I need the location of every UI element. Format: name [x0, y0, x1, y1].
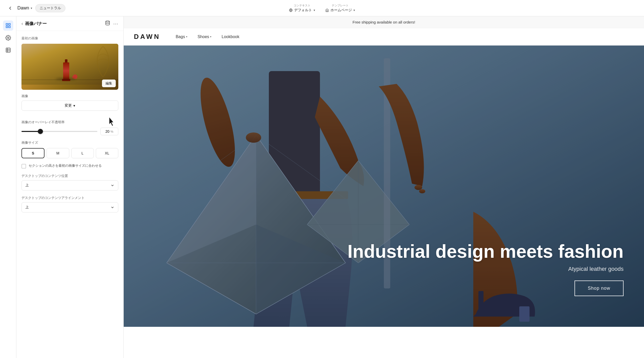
template-label: テンプレート — [332, 4, 349, 7]
context-value-label: デフォルト — [294, 8, 312, 13]
change-chevron-icon: ▾ — [73, 104, 75, 108]
top-bar-left: Dawn ▾ ニュートラル — [6, 4, 65, 12]
size-btn-m[interactable]: M — [47, 148, 69, 158]
store-name-dropdown[interactable]: Dawn ▾ — [17, 5, 32, 11]
desktop-position-value: 上 — [25, 183, 29, 188]
size-btn-s[interactable]: S — [21, 148, 44, 158]
desktop-align-select[interactable]: 上 — [21, 202, 118, 212]
top-bar: Dawn ▾ ニュートラル コンテキスト デフォルト ▾ テンプレート — [0, 0, 644, 16]
change-image-button[interactable]: 変更 ▾ — [21, 100, 118, 111]
back-icon[interactable] — [6, 4, 14, 12]
desktop-position-label: デスクトップのコンテンツ位置 — [21, 174, 118, 178]
template-chevron: ▾ — [353, 8, 355, 12]
checkbox-section: セクションの高さを最初の画像サイズに合わせる — [16, 163, 123, 174]
store-logo: DAWN — [134, 33, 160, 41]
svg-rect-2 — [6, 24, 7, 25]
icon-bar-settings[interactable] — [3, 33, 13, 43]
image-section: 最初の画像 — [16, 31, 123, 94]
sidebar-header-left: ‹ 画像バナー — [21, 21, 47, 27]
overlay-label: 画像のオーバーレイ不透明率 — [21, 120, 118, 125]
hero-title: Industrial design meets fashion — [348, 241, 624, 262]
image-field-section: 画像 変更 ▾ — [16, 94, 123, 120]
store-preview: Free shipping available on all orders! D… — [124, 16, 644, 358]
checkbox-row: セクションの高さを最初の画像サイズに合わせる — [21, 163, 118, 169]
hero-subtitle: Atypical leather goods — [348, 266, 624, 272]
slider-fill — [21, 131, 40, 132]
slider-value-box: 20 % — [100, 128, 118, 135]
nav-lookbook-label: Lookbook — [222, 35, 239, 39]
overlay-section: 画像のオーバーレイ不透明率 20 % — [16, 120, 123, 140]
image-field-label: 画像 — [21, 94, 118, 98]
nav-bags-label: Bags — [176, 35, 185, 39]
sidebar-header: ‹ 画像バナー ··· — [16, 16, 123, 31]
store-name-label: Dawn — [17, 5, 29, 11]
store-name-chevron: ▾ — [31, 6, 32, 10]
nav-bags-chevron: ▾ — [186, 35, 187, 38]
slider-row: 20 % — [21, 128, 118, 135]
svg-rect-5 — [6, 26, 7, 28]
icon-bar-layers[interactable] — [3, 20, 13, 31]
desktop-align-value: 上 — [25, 205, 29, 210]
hero-content: Industrial design meets fashion Atypical… — [348, 241, 624, 296]
checkbox-label: セクションの高さを最初の画像サイズに合わせる — [29, 163, 102, 168]
image-section-label: 最初の画像 — [21, 36, 118, 41]
svg-rect-3 — [8, 24, 10, 25]
context-section: コンテキスト デフォルト ▾ — [289, 4, 315, 13]
main-content: ‹ 画像バナー ··· 最初の画像 — [0, 16, 644, 358]
context-chevron: ▾ — [314, 8, 315, 12]
image-preview-container: 編集 — [21, 44, 118, 90]
icon-bar-grid[interactable] — [3, 45, 13, 55]
slider-thumb[interactable] — [38, 129, 43, 134]
svg-rect-7 — [6, 48, 10, 52]
neutral-badge[interactable]: ニュートラル — [35, 4, 65, 12]
svg-point-11 — [106, 21, 110, 22]
size-btn-l[interactable]: L — [71, 148, 94, 158]
size-section: 画像サイズ S M L XL — [16, 140, 123, 163]
context-dropdown[interactable]: デフォルト ▾ — [289, 8, 315, 13]
size-buttons: S M L XL — [21, 148, 118, 158]
shipping-notice: Free shipping available on all orders! — [352, 20, 415, 24]
hero-banner: Industrial design meets fashion Atypical… — [124, 46, 644, 327]
nav-shoes-label: Shoes — [198, 35, 209, 39]
icon-bar — [0, 16, 16, 358]
nav-item-lookbook[interactable]: Lookbook — [222, 35, 239, 39]
nav-item-shoes[interactable]: Shoes ▾ — [198, 35, 211, 39]
image-edit-button[interactable]: 編集 — [102, 80, 116, 87]
sidebar-panel: ‹ 画像バナー ··· 最初の画像 — [16, 16, 124, 358]
sidebar-more-button[interactable]: ··· — [113, 21, 118, 27]
size-btn-xl[interactable]: XL — [96, 148, 118, 158]
desktop-position-select[interactable]: 上 — [21, 180, 118, 191]
store-top-bar: Free shipping available on all orders! — [124, 16, 644, 28]
nav-item-bags[interactable]: Bags ▾ — [176, 35, 187, 39]
sidebar-title: 画像バナー — [25, 21, 47, 27]
size-label: 画像サイズ — [21, 140, 118, 145]
nav-shoes-chevron: ▾ — [210, 35, 211, 38]
desktop-position-section: デスクトップのコンテンツ位置 上 — [16, 174, 123, 196]
preview-area: Free shipping available on all orders! D… — [124, 16, 644, 358]
slider-track[interactable] — [21, 131, 97, 132]
overlay-value: 20 — [105, 129, 109, 133]
svg-point-6 — [7, 37, 9, 39]
template-value-label: ホームページ — [330, 8, 352, 13]
desktop-align-label: デスクトップのコンテンツアラインメント — [21, 196, 118, 200]
sidebar-stack-icon[interactable] — [105, 20, 110, 27]
template-section: テンプレート ホームページ ▾ — [325, 4, 355, 13]
top-bar-center: コンテキスト デフォルト ▾ テンプレート ホームページ ▾ — [289, 4, 355, 13]
template-dropdown[interactable]: ホームページ ▾ — [325, 8, 355, 13]
cursor-pointer — [108, 116, 116, 128]
svg-rect-4 — [8, 26, 10, 28]
change-btn-label: 変更 — [65, 103, 72, 108]
desktop-align-section: デスクトップのコンテンツアラインメント 上 — [16, 196, 123, 218]
store-nav: DAWN Bags ▾ Shoes ▾ Lookbook — [124, 28, 644, 46]
overlay-percent: % — [110, 130, 113, 133]
context-label: コンテキスト — [294, 4, 310, 7]
fit-image-checkbox[interactable] — [21, 164, 26, 169]
hero-shop-button[interactable]: Shop now — [574, 281, 624, 296]
sidebar-back-button[interactable]: ‹ — [21, 21, 23, 26]
